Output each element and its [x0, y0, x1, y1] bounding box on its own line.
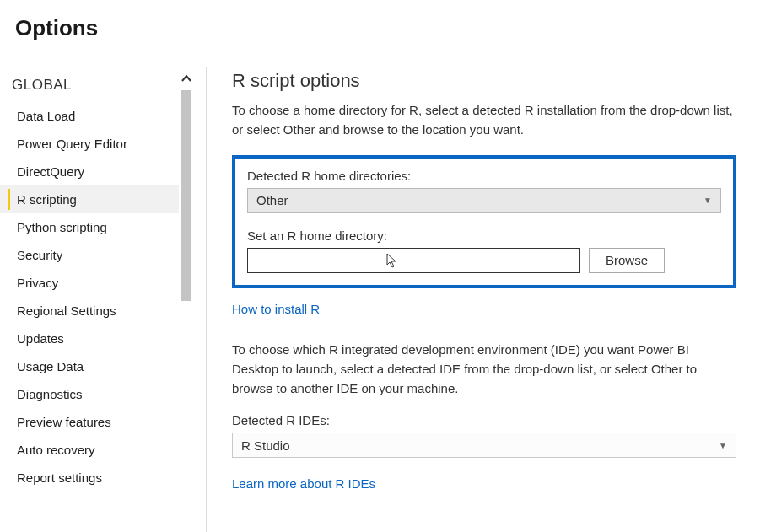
detected-home-label: Detected R home directories:: [247, 169, 721, 183]
detected-ide-label: Detected R IDEs:: [232, 413, 736, 427]
scroll-thumb[interactable]: [181, 90, 191, 301]
sidebar-item-power-query-editor[interactable]: Power Query Editor: [0, 130, 179, 158]
set-home-label: Set an R home directory:: [247, 228, 721, 243]
sidebar-item-directquery[interactable]: DirectQuery: [0, 158, 179, 185]
detected-home-value: Other: [256, 193, 288, 207]
caret-down-icon: ▼: [719, 441, 727, 450]
vertical-divider: [206, 67, 207, 532]
sidebar-item-report-settings[interactable]: Report settings: [0, 464, 179, 492]
sidebar-item-updates[interactable]: Updates: [0, 325, 179, 352]
dialog-title: Options: [0, 0, 760, 41]
sidebar-item-auto-recovery[interactable]: Auto recovery: [0, 436, 179, 464]
sidebar-item-data-load[interactable]: Data Load: [0, 102, 179, 130]
home-directory-input[interactable]: [247, 248, 580, 273]
highlight-box: Detected R home directories: Other ▼ Set…: [232, 155, 736, 288]
detected-home-select[interactable]: Other ▼: [247, 188, 721, 213]
section-title: R script options: [232, 70, 736, 92]
sidebar-item-python-scripting[interactable]: Python scripting: [0, 213, 179, 241]
sidebar-scrollbar[interactable]: [179, 67, 194, 532]
sidebar-item-r-scripting[interactable]: R scripting: [0, 185, 179, 213]
scroll-up-icon[interactable]: [179, 73, 194, 85]
learn-ide-link[interactable]: Learn more about R IDEs: [232, 476, 375, 491]
sidebar-item-usage-data[interactable]: Usage Data: [0, 352, 179, 380]
sidebar-item-privacy[interactable]: Privacy: [0, 269, 179, 297]
detected-ide-select[interactable]: R Studio ▼: [232, 433, 736, 458]
sidebar-nav: GLOBAL Data Load Power Query Editor Dire…: [0, 67, 179, 532]
section-description-1: To choose a home directory for R, select…: [232, 100, 736, 140]
main-panel: R script options To choose a home direct…: [232, 67, 760, 532]
sidebar-item-regional-settings[interactable]: Regional Settings: [0, 297, 179, 325]
install-r-link[interactable]: How to install R: [232, 302, 320, 316]
section-description-2: To choose which R integrated development…: [232, 340, 736, 399]
caret-down-icon: ▼: [703, 196, 712, 205]
browse-button[interactable]: Browse: [589, 248, 665, 273]
detected-ide-value: R Studio: [241, 438, 290, 453]
sidebar-item-preview-features[interactable]: Preview features: [0, 408, 179, 436]
sidebar-item-diagnostics[interactable]: Diagnostics: [0, 380, 179, 408]
sidebar-item-security[interactable]: Security: [0, 241, 179, 269]
sidebar-section-header: GLOBAL: [0, 73, 179, 102]
